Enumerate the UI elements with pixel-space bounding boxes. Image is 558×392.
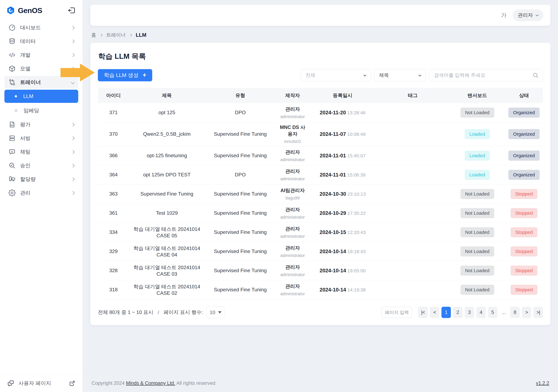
table-row[interactable]: 366 opt-125 finetuning Supervised Fine T… — [98, 146, 543, 165]
next-page-button[interactable]: > — [522, 307, 531, 318]
page-button[interactable]: 3 — [465, 307, 474, 318]
cell-type: Supervised Fine Tuning — [205, 210, 276, 216]
table-row[interactable]: 318 학습 대기열 테스트 20241014 CASE 02 Supervis… — [98, 280, 543, 299]
chevron-down-icon — [71, 80, 75, 84]
cell-regdate: 2024-10-1414:19:38 — [309, 287, 376, 293]
page-button[interactable]: 1 — [441, 307, 451, 318]
breadcrumb-current: LLM — [136, 32, 146, 38]
sidebar-item-quota[interactable]: 할당량 — [4, 173, 78, 185]
sidebar-item-trainer[interactable]: 트레이너 — [4, 76, 78, 88]
chevron-right-icon — [71, 67, 75, 70]
user-menu[interactable]: 관리자 — [513, 9, 543, 21]
cell-regdate: 2024-11-2013:28:46 — [309, 110, 376, 116]
cell-id: 370 — [98, 131, 129, 137]
table-row[interactable]: 371 opt 125 DPO 관리자 administrator 2024-1… — [98, 103, 543, 122]
active-bullet-icon — [15, 95, 17, 97]
sidebar-item-evaluation[interactable]: 평가 — [4, 118, 78, 131]
table-row[interactable]: 370 Qwen2.5_0.5B_jckim Supervised Fine T… — [98, 122, 543, 146]
cell-regdate: 2024-10-1512:20:43 — [309, 229, 376, 235]
search-input[interactable] — [434, 72, 530, 78]
plus-icon: + — [143, 71, 146, 78]
search-icon[interactable] — [532, 72, 539, 78]
llm-table: 아이디 제목 유형 제작자 등록일시 태그 텐서보드 상태 371 opt 12… — [98, 88, 543, 299]
page-button[interactable]: 5 — [488, 307, 497, 318]
cell-type: DPO — [205, 110, 276, 115]
status-badge: Organized — [508, 170, 540, 180]
sidebar-item-chat[interactable]: 채팅 — [4, 146, 78, 158]
sidebar-item-serving[interactable]: 서빙 — [4, 132, 78, 145]
cell-tensorboard: Not Loaded — [449, 108, 505, 118]
table-row[interactable]: 363 Supervised Fine Tuning Supervised Fi… — [98, 184, 543, 204]
cell-tensorboard: Not Loaded — [449, 227, 505, 237]
user-page-link[interactable]: 사용자 페이지 — [0, 375, 83, 392]
chevron-right-icon — [71, 53, 75, 57]
column-header-id: 아이디 — [98, 92, 129, 99]
table-row[interactable]: 361 Test 1029 Supervised Fine Tuning 관리자… — [98, 204, 543, 223]
sidebar-item-dashboard[interactable]: 대시보드 — [4, 21, 78, 34]
cell-creator: 관리자 administrator — [276, 264, 309, 277]
status-badge: Stopped — [511, 227, 538, 237]
tensorboard-badge: Loaded — [465, 170, 490, 180]
breadcrumb-trainer[interactable]: 트레이너 — [106, 32, 126, 38]
sidebar-item-llm[interactable]: LLM — [4, 90, 78, 103]
cell-regdate: 2024-10-2917:35:22 — [309, 210, 376, 216]
page-number-input[interactable] — [382, 307, 412, 318]
version-link[interactable]: v1.2.2 — [536, 380, 549, 386]
chevron-right-icon — [100, 34, 103, 37]
cube-icon — [9, 65, 16, 72]
cell-title: 학습 대기열 테스트 20241014 CASE 03 — [129, 264, 205, 277]
table-row[interactable]: 334 학습 대기열 테스트 20241014 CASE 05 Supervis… — [98, 223, 543, 242]
page-button[interactable]: 2 — [453, 307, 462, 318]
create-llm-button[interactable]: 학습 LLM 생성 + — [98, 69, 152, 81]
breadcrumb: 홈 트레이너 LLM — [91, 32, 549, 38]
sidebar-item-develop[interactable]: 개발 — [4, 49, 78, 61]
sidebar-item-data[interactable]: 데이터 — [4, 35, 78, 48]
filter-category-select[interactable]: 전체 — [301, 69, 371, 81]
chevron-right-icon — [71, 39, 75, 43]
tensorboard-badge: Not Loaded — [461, 189, 494, 199]
column-header-status: 상태 — [505, 92, 543, 99]
cell-tensorboard: Loaded — [449, 129, 505, 139]
page-button[interactable]: 8 — [510, 307, 520, 318]
last-page-button[interactable]: >| — [533, 307, 543, 318]
chevron-right-icon — [71, 26, 75, 29]
cell-type: Supervised Fine Tuning — [205, 191, 276, 197]
status-badge: Stopped — [511, 266, 538, 276]
cell-status: Stopped — [505, 266, 543, 276]
company-link[interactable]: Minds & Company Ltd. — [126, 380, 175, 386]
pagination-summary: 전체 80개 중 1 ~ 10 표시 / 페이지 표시 행수: 10 — [98, 306, 225, 318]
chat-bubbles-icon — [7, 380, 14, 387]
pagination-controls: |< < 12345...8 > >| — [382, 307, 543, 318]
sidebar-collapse-icon[interactable] — [68, 6, 76, 14]
status-badge: Organized — [508, 151, 540, 161]
sidebar-item-approval[interactable]: 승인 — [4, 159, 78, 172]
page-ellipsis: ... — [500, 307, 508, 318]
sidebar-item-embedding[interactable]: 임베딩 — [4, 104, 78, 117]
sidebar-item-model[interactable]: 모델 — [4, 62, 78, 75]
cell-creator: MNC DS 사용자 mncds01 — [276, 124, 309, 144]
page-button[interactable]: 4 — [476, 307, 486, 318]
logo-text: GenOS — [18, 6, 42, 15]
prev-page-button[interactable]: < — [430, 307, 439, 318]
chat-bubble-icon — [9, 148, 16, 156]
font-size-button[interactable]: 가 — [501, 12, 506, 19]
pagination-bar: 전체 80개 중 1 ~ 10 표시 / 페이지 표시 행수: 10 |< < … — [98, 306, 543, 318]
first-page-button[interactable]: |< — [418, 307, 427, 318]
cell-type: Supervised Fine Tuning — [205, 268, 276, 273]
trainer-icon — [9, 79, 16, 86]
table-row[interactable]: 329 학습 대기열 테스트 20241014 CASE 04 Supervis… — [98, 242, 543, 261]
table-row[interactable]: 328 학습 대기열 테스트 20241014 CASE 03 Supervis… — [98, 261, 543, 280]
breadcrumb-home[interactable]: 홈 — [91, 32, 96, 38]
sidebar-item-admin[interactable]: 관리 — [4, 187, 78, 199]
cell-id: 371 — [98, 110, 129, 115]
filter-field-select[interactable]: 제목 — [374, 69, 426, 81]
app-root: GenOS 대시보드 — [0, 0, 558, 392]
code-icon — [9, 51, 16, 59]
cell-regdate: 2024-10-1419:18:43 — [309, 248, 376, 254]
cell-regdate: 2024-10-3023:10:13 — [309, 191, 376, 197]
table-row[interactable]: 364 opt 125m DPO TEST DPO 관리자 administra… — [98, 165, 543, 184]
chevron-down-icon — [536, 13, 539, 16]
cell-title: 학습 대기열 테스트 20241014 CASE 04 — [129, 245, 205, 258]
cell-type: Supervised Fine Tuning — [205, 287, 276, 293]
rows-per-page-select[interactable]: 10 — [206, 306, 225, 318]
